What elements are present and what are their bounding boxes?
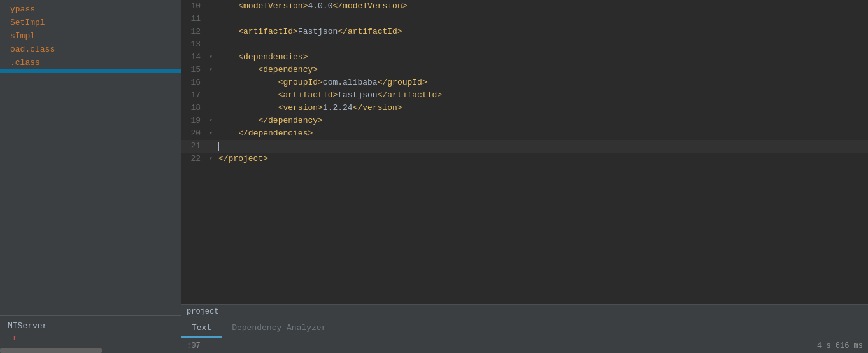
line-content-12: <artifactId>Fastjson</artifactId>: [216, 25, 868, 38]
code-line-20: 20 ▾ </dependencies>: [181, 127, 868, 140]
line-content-17: <artifactId>fastjson</artifactId>: [216, 89, 868, 102]
line-num-11: 11: [181, 13, 206, 25]
line-num-10: 10: [181, 0, 206, 13]
code-line-13: 13: [181, 38, 868, 51]
line-content-16: <groupId>com.alibaba</groupId>: [216, 76, 868, 89]
code-line-15: 15 ▾ <dependency>: [181, 64, 868, 76]
fold-19[interactable]: ▾: [206, 114, 216, 127]
code-line-12: 12 <artifactId>Fastjson</artifactId>: [181, 25, 868, 38]
line-content-19: </dependency>: [216, 114, 868, 127]
sidebar-scrollbar[interactable]: [0, 348, 102, 353]
code-line-22: 22 ▾ </project>: [181, 153, 868, 165]
line-num-15: 15: [181, 64, 206, 76]
fold-22[interactable]: ▾: [206, 153, 216, 165]
line-num-16: 16: [181, 76, 206, 89]
line-content-21: [216, 140, 868, 153]
code-line-21: 21: [181, 140, 868, 153]
sidebar-scrollbar-area: [0, 348, 181, 353]
line-content-11: [216, 13, 868, 25]
line-num-14: 14: [181, 51, 206, 64]
sidebar-item-ypass[interactable]: ypass: [0, 3, 181, 16]
line-num-18: 18: [181, 102, 206, 114]
code-line-16: 16 <groupId>com.alibaba</groupId>: [181, 76, 868, 89]
fold-15[interactable]: ▾: [206, 64, 216, 76]
sidebar-server-section: MIServer r: [0, 315, 181, 348]
line-num-12: 12: [181, 25, 206, 38]
server-main-item[interactable]: MIServer: [5, 320, 176, 332]
line-num-21: 21: [181, 140, 206, 153]
sidebar: ypass SetImpl sImpl oad.class .class MIS…: [0, 0, 181, 353]
line-content-20: </dependencies>: [216, 127, 868, 140]
code-line-10: 10 <modelVersion>4.0.0</modelVersion>: [181, 0, 868, 13]
tab-text[interactable]: Text: [181, 319, 222, 338]
sidebar-file-list: ypass SetImpl sImpl oad.class .class: [0, 0, 181, 159]
code-view[interactable]: 10 <modelVersion>4.0.0</modelVersion> 11…: [181, 0, 868, 304]
code-line-19: 19 ▾ </dependency>: [181, 114, 868, 127]
cursor-position: :07: [187, 342, 201, 350]
line-num-22: 22: [181, 153, 206, 165]
timing-info: 4 s 616 ms: [817, 342, 863, 350]
breadcrumb: project: [181, 304, 868, 319]
line-content-13: [216, 38, 868, 51]
code-line-17: 17 <artifactId>fastjson</artifactId>: [181, 89, 868, 102]
tab-bar: Text Dependency Analyzer: [181, 319, 868, 338]
sidebar-item-selected[interactable]: [0, 69, 181, 73]
status-right: 4 s 616 ms: [817, 342, 863, 350]
code-line-18: 18 <version>1.2.24</version>: [181, 102, 868, 114]
code-line-11: 11: [181, 13, 868, 25]
status-bar: :07 4 s 616 ms: [181, 338, 868, 353]
line-content-14: <dependencies>: [216, 51, 868, 64]
status-left: :07: [187, 342, 201, 350]
line-content-15: <dependency>: [216, 64, 868, 76]
line-num-13: 13: [181, 38, 206, 51]
sidebar-item-class[interactable]: .class: [0, 56, 181, 69]
sidebar-item-setimpl[interactable]: SetImpl: [0, 16, 181, 29]
server-sub-item[interactable]: r: [5, 332, 176, 344]
sidebar-item-oad-class[interactable]: oad.class: [0, 43, 181, 56]
breadcrumb-text: project: [187, 307, 218, 316]
line-content-22: </project>: [216, 153, 868, 165]
line-num-19: 19: [181, 114, 206, 127]
line-num-20: 20: [181, 127, 206, 140]
sidebar-item-simpl[interactable]: sImpl: [0, 29, 181, 43]
line-content-10: <modelVersion>4.0.0</modelVersion>: [216, 0, 868, 13]
main-layout: ypass SetImpl sImpl oad.class .class MIS…: [0, 0, 868, 353]
fold-14[interactable]: ▾: [206, 51, 216, 64]
editor-area: 10 <modelVersion>4.0.0</modelVersion> 11…: [181, 0, 868, 353]
line-num-17: 17: [181, 89, 206, 102]
tab-dependency-analyzer[interactable]: Dependency Analyzer: [222, 319, 336, 338]
fold-20[interactable]: ▾: [206, 127, 216, 140]
code-line-14: 14 ▾ <dependencies>: [181, 51, 868, 64]
line-content-18: <version>1.2.24</version>: [216, 102, 868, 114]
